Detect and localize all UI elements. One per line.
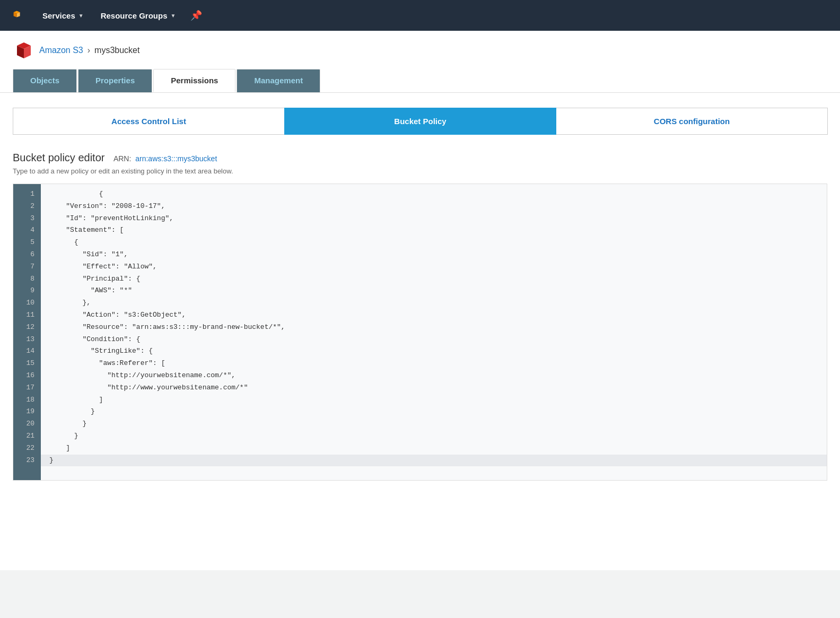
code-line: "Id": "preventHotLinking",	[41, 213, 827, 225]
line-number: 20	[13, 418, 41, 430]
sub-tabs: Access Control List Bucket Policy CORS c…	[13, 108, 827, 135]
code-line: }	[41, 406, 827, 418]
code-line: "Condition": {	[41, 334, 827, 346]
tab-permissions[interactable]: Permissions	[153, 69, 235, 92]
code-line: ]	[41, 394, 827, 406]
line-number: 18	[13, 394, 41, 406]
resource-groups-nav[interactable]: Resource Groups ▼	[94, 7, 182, 24]
line-number: 5	[13, 237, 41, 249]
code-content[interactable]: { "Version": "2008-10-17", "Id": "preven…	[41, 184, 827, 480]
line-number: 13	[13, 334, 41, 346]
line-number: 6	[13, 249, 41, 261]
line-number: 12	[13, 321, 41, 334]
code-line: "Statement": [	[41, 224, 827, 237]
code-line: "StringLike": {	[41, 345, 827, 358]
line-number: 10	[13, 297, 41, 309]
sub-tab-bucket-policy[interactable]: Bucket Policy	[284, 108, 556, 135]
tab-objects[interactable]: Objects	[13, 69, 77, 92]
policy-editor-title: Bucket policy editor	[13, 152, 104, 163]
line-number: 11	[13, 309, 41, 321]
arn-value: arn:aws:s3:::mys3bucket	[135, 154, 217, 163]
code-line: "Effect": "Allow",	[41, 261, 827, 273]
line-number: 23	[13, 455, 41, 467]
arn-prefix: ARN:	[113, 154, 131, 163]
breadcrumb-bucket-name: mys3bucket	[94, 46, 139, 55]
breadcrumb: Amazon S3 › mys3bucket	[13, 39, 827, 62]
resource-groups-label: Resource Groups	[101, 11, 168, 20]
s3-service-icon	[13, 39, 35, 62]
code-line: "Action": "s3:GetObject",	[41, 309, 827, 321]
services-chevron: ▼	[78, 13, 84, 19]
code-line: "http://www.yourwebsitename.com/*"	[41, 382, 827, 394]
line-number: 1	[13, 188, 41, 201]
line-number: 8	[13, 273, 41, 285]
sub-tab-acl[interactable]: Access Control List	[13, 108, 285, 135]
line-number: 16	[13, 370, 41, 382]
breadcrumb-s3-link[interactable]: Amazon S3	[39, 46, 83, 55]
code-line: "aws:Referer": [	[41, 358, 827, 370]
pin-icon[interactable]: 📌	[186, 5, 206, 25]
line-numbers: 1234567891011121314151617181920212223	[13, 184, 41, 480]
code-line: ]	[41, 442, 827, 455]
line-number: 3	[13, 213, 41, 225]
code-line: "Version": "2008-10-17",	[41, 201, 827, 213]
code-line: "Sid": "1",	[41, 249, 827, 261]
code-line: "http://yourwebsitename.com/*",	[41, 370, 827, 382]
main-tabs: Objects Properties Permissions Managemen…	[13, 69, 827, 92]
line-number: 9	[13, 285, 41, 297]
code-line: },	[41, 297, 827, 309]
line-number: 14	[13, 345, 41, 358]
code-line: }	[41, 418, 827, 430]
code-line: "Resource": "arn:aws:s3:::my-brand-new-b…	[41, 321, 827, 334]
resource-groups-chevron: ▼	[171, 13, 176, 19]
services-label: Services	[42, 11, 75, 20]
policy-editor-header: Bucket policy editor ARN: arn:aws:s3:::m…	[13, 152, 827, 164]
code-line: {	[41, 188, 827, 201]
line-number: 15	[13, 358, 41, 370]
line-number: 2	[13, 201, 41, 213]
main-content: Access Control List Bucket Policy CORS c…	[0, 93, 840, 570]
policy-editor-arn: ARN: arn:aws:s3:::mys3bucket	[113, 154, 217, 163]
code-line: "Principal": {	[41, 273, 827, 285]
code-line: "AWS": "*"	[41, 285, 827, 297]
services-nav[interactable]: Services ▼	[36, 7, 90, 24]
code-line: }	[41, 455, 827, 467]
tab-management[interactable]: Management	[237, 69, 320, 92]
line-number: 22	[13, 442, 41, 455]
code-line: }	[41, 430, 827, 442]
aws-logo	[8, 6, 28, 25]
line-number: 17	[13, 382, 41, 394]
line-number: 21	[13, 430, 41, 442]
code-editor[interactable]: 1234567891011121314151617181920212223 { …	[13, 184, 827, 481]
line-number: 4	[13, 224, 41, 237]
code-line: {	[41, 237, 827, 249]
top-navigation: Services ▼ Resource Groups ▼ 📌	[0, 0, 840, 31]
line-number: 7	[13, 261, 41, 273]
tab-properties[interactable]: Properties	[78, 69, 152, 92]
policy-editor-description: Type to add a new policy or edit an exis…	[13, 167, 827, 175]
line-number: 19	[13, 406, 41, 418]
breadcrumb-separator: ›	[88, 46, 90, 55]
sub-tab-cors[interactable]: CORS configuration	[556, 108, 828, 135]
breadcrumb-area: Amazon S3 › mys3bucket Objects Propertie…	[0, 31, 840, 93]
